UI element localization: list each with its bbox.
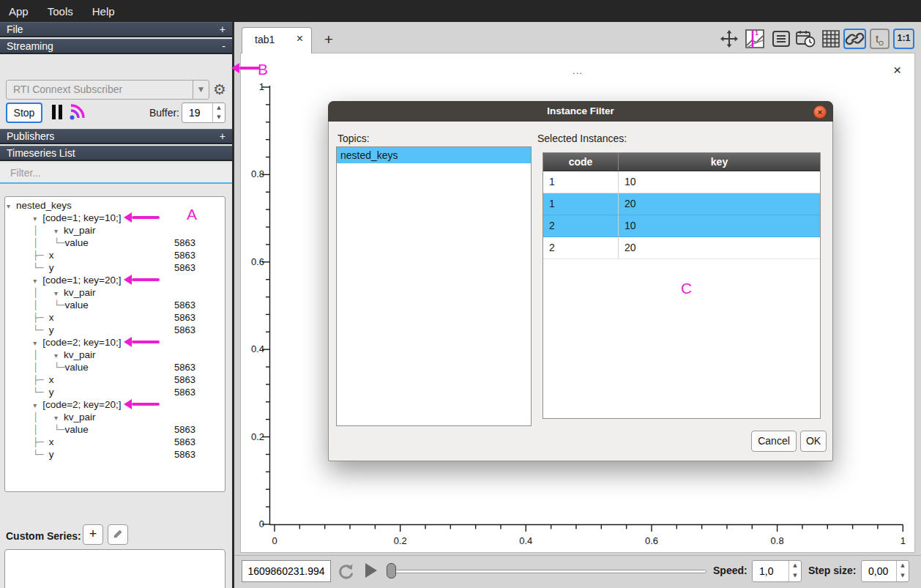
streaming-source-select[interactable]: RTI Connext Subscriber ▼ — [6, 80, 209, 100]
spin-down-icon[interactable]: ▼ — [897, 571, 909, 581]
step-size-spinbox[interactable]: ▲▼ — [861, 560, 909, 582]
cursor-tracker-icon[interactable]: 1 — [744, 28, 766, 50]
topics-list[interactable]: nested_keys — [336, 146, 532, 426]
datetime-icon[interactable] — [795, 29, 817, 48]
tree-row[interactable]: ├─ x5863 — [7, 249, 223, 261]
tree-row[interactable]: │ └─value5863 — [7, 423, 223, 436]
expand-icon[interactable]: + — [220, 23, 225, 36]
plot-close-icon[interactable]: × — [893, 62, 901, 78]
expander-icon[interactable]: ▾ — [54, 349, 64, 362]
table-row[interactable]: 1 10 — [543, 171, 820, 193]
spin-arrows[interactable]: ▲▼ — [896, 561, 909, 581]
ratio-1-1-icon[interactable]: 1:1 — [893, 29, 914, 49]
tree-row[interactable]: │ ▾kv_pair — [7, 224, 223, 237]
table-row[interactable]: 2 20 — [543, 237, 820, 259]
section-header-streaming[interactable]: Streaming - — [0, 39, 232, 54]
expander-icon[interactable]: ▾ — [33, 275, 42, 287]
menu-app[interactable]: App — [9, 5, 29, 18]
expander-icon[interactable]: ▾ — [33, 212, 42, 225]
new-tab-button[interactable]: + — [320, 31, 338, 48]
tree-row[interactable]: │ ▾kv_pair — [7, 349, 223, 361]
play-icon[interactable] — [364, 562, 379, 579]
spin-down-icon[interactable]: ▼ — [789, 571, 801, 581]
table-row-selected[interactable]: 1 20 — [543, 193, 820, 215]
spin-up-icon[interactable]: ▲ — [789, 561, 801, 571]
tree-row[interactable]: └─ y5863 — [7, 261, 223, 274]
expander-icon[interactable]: ▾ — [54, 412, 64, 424]
speed-value-input[interactable] — [759, 561, 788, 581]
spin-up-icon[interactable]: ▲ — [213, 103, 225, 113]
tree-value: 5863 — [174, 386, 195, 398]
link-axes-icon[interactable] — [843, 29, 866, 49]
tree-row[interactable]: ▾[code=2; key=10;] — [7, 336, 223, 349]
header-key[interactable]: key — [619, 153, 820, 171]
sidebar-splitter[interactable] — [232, 22, 234, 588]
expander-icon[interactable]: ▾ — [54, 225, 64, 237]
tab-close-icon[interactable]: × — [297, 32, 303, 45]
loop-icon[interactable] — [335, 561, 356, 581]
spin-arrows[interactable]: ▲▼ — [212, 103, 225, 122]
dialog-titlebar[interactable]: Instance Filter — [328, 101, 833, 122]
annotation-arrow-2 — [132, 278, 160, 281]
tree-row[interactable]: └─ y5863 — [7, 324, 223, 336]
tree-row[interactable]: ├─ x5863 — [7, 436, 223, 448]
time-offset-icon[interactable]: tO — [870, 29, 890, 49]
selected-instances-label: Selected Instances: — [537, 133, 627, 144]
spin-arrows[interactable]: ▲▼ — [788, 561, 801, 581]
tab-tab1[interactable]: tab1 × — [242, 27, 312, 53]
pause-icon[interactable] — [52, 105, 64, 119]
dialog-close-button[interactable]: × — [813, 105, 827, 119]
expander-icon[interactable]: ▾ — [33, 399, 42, 412]
chevron-down-icon[interactable]: ▼ — [193, 81, 209, 99]
timeseries-filter-input[interactable] — [0, 163, 232, 184]
expand-icon[interactable]: + — [220, 130, 225, 143]
step-value-input[interactable] — [868, 561, 896, 581]
edit-custom-series-button[interactable] — [108, 524, 128, 545]
section-header-publishers[interactable]: Publishers + — [0, 129, 232, 144]
tab-label: tab1 — [255, 34, 275, 45]
collapse-icon[interactable]: - — [222, 40, 225, 53]
tree-row[interactable]: ▾[code=1; key=20;] — [7, 274, 223, 286]
grid-view-icon[interactable] — [821, 29, 841, 48]
spin-down-icon[interactable]: ▼ — [213, 113, 225, 122]
tree-row[interactable]: │ └─value5863 — [7, 237, 223, 249]
tree-row[interactable]: │ └─value5863 — [7, 299, 223, 311]
list-view-icon[interactable] — [771, 29, 791, 48]
timeline-slider-handle[interactable] — [387, 563, 396, 578]
cancel-button[interactable]: Cancel — [751, 431, 797, 452]
annotation-label-a: A — [187, 206, 197, 223]
stop-streaming-button[interactable]: Stop — [6, 103, 42, 123]
tree-row[interactable]: ▾[code=2; key=20;] — [7, 398, 223, 411]
tree-row[interactable]: ├─ x5863 — [7, 373, 223, 386]
move-tool-icon[interactable] — [719, 29, 739, 48]
expander-icon[interactable]: ▾ — [33, 337, 42, 349]
add-custom-series-button[interactable]: + — [83, 524, 103, 545]
streaming-settings-gear-icon[interactable]: ⚙ — [211, 80, 228, 99]
menu-tools[interactable]: Tools — [48, 5, 73, 18]
timeline-slider[interactable] — [387, 570, 706, 573]
spin-up-icon[interactable]: ▲ — [897, 561, 909, 571]
tree-row[interactable]: │ └─value5863 — [7, 361, 223, 373]
buffer-spinbox[interactable]: ▲▼ — [182, 103, 225, 123]
tree-label: kv_pair — [64, 349, 96, 360]
buffer-value-input[interactable] — [189, 103, 215, 122]
tree-row[interactable]: ├─ x5863 — [7, 311, 223, 324]
ok-button[interactable]: OK — [800, 431, 827, 452]
tree-row[interactable]: │ ▾kv_pair — [7, 286, 223, 299]
section-header-file[interactable]: File + — [0, 22, 232, 37]
menubar: App Tools Help — [0, 0, 921, 22]
expander-icon[interactable]: ▾ — [7, 200, 16, 212]
tree-row[interactable]: │ ▾kv_pair — [7, 411, 223, 423]
custom-series-list[interactable] — [4, 549, 225, 588]
tree-row[interactable]: └─ y5863 — [7, 448, 223, 461]
menu-help[interactable]: Help — [92, 5, 115, 18]
table-row-selected[interactable]: 2 10 — [543, 215, 820, 237]
tree-row[interactable]: └─ y5863 — [7, 386, 223, 398]
timeseries-tree[interactable]: ▾nested_keys ▾[code=1; key=10;] │ ▾kv_pa… — [4, 196, 225, 492]
expander-icon[interactable]: ▾ — [54, 287, 64, 299]
header-code[interactable]: code — [543, 153, 619, 171]
topic-item-selected[interactable]: nested_keys — [337, 147, 531, 163]
speed-spinbox[interactable]: ▲▼ — [752, 560, 802, 582]
annotation-label-c: C — [681, 280, 692, 297]
timestamp-input[interactable] — [242, 560, 331, 582]
